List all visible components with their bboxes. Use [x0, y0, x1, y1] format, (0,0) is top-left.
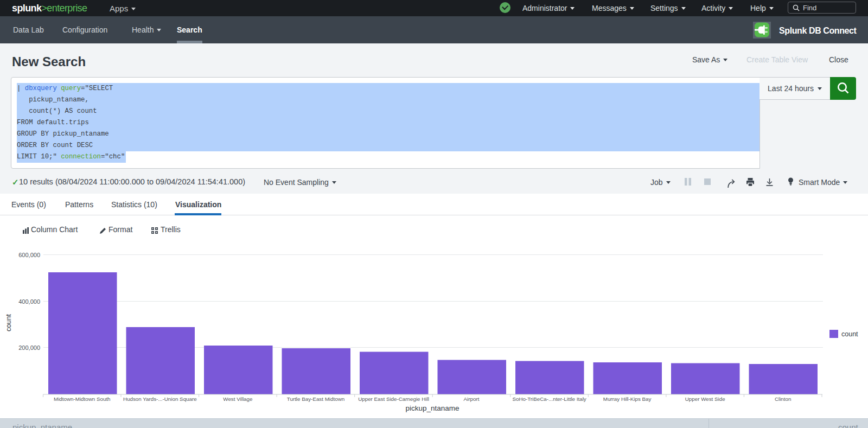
svg-text:600,000: 600,000	[18, 252, 40, 258]
svg-text:pickup_ntaname: pickup_ntaname	[405, 404, 459, 412]
svg-text:West Village: West Village	[223, 396, 253, 402]
svg-text:Upper West Side: Upper West Side	[685, 396, 725, 402]
svg-text:Hudson Yards-...-Union Square: Hudson Yards-...-Union Square	[123, 396, 197, 402]
svg-text:Clinton: Clinton	[775, 396, 792, 402]
svg-text:SoHo-TriBeCa-...nter-Little It: SoHo-TriBeCa-...nter-Little Italy	[512, 396, 586, 402]
svg-text:Upper East Side-Carnegie Hill: Upper East Side-Carnegie Hill	[358, 396, 429, 402]
svg-text:count: count	[4, 314, 12, 331]
svg-text:Midtown-Midtown South: Midtown-Midtown South	[54, 396, 111, 402]
svg-text:Airport: Airport	[464, 396, 480, 402]
svg-text:200,000: 200,000	[18, 344, 40, 351]
svg-text:400,000: 400,000	[18, 298, 40, 305]
svg-text:Turtle Bay-East Midtown: Turtle Bay-East Midtown	[287, 396, 344, 402]
svg-text:Murray Hill-Kips Bay: Murray Hill-Kips Bay	[603, 396, 652, 402]
svg-text:count: count	[841, 330, 858, 338]
